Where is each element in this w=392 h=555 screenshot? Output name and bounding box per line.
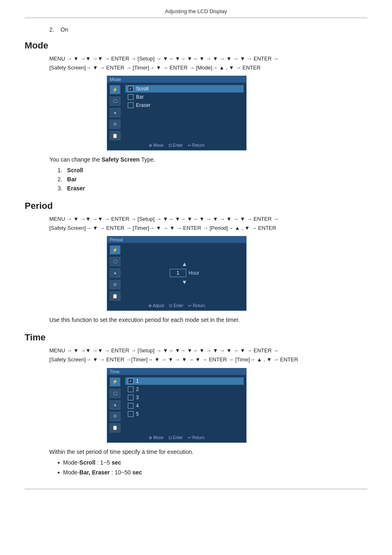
mode-osd-content: ✓ Scroll Bar Eraser bbox=[123, 83, 246, 142]
time-icon-4: ⚙ bbox=[110, 412, 120, 421]
time-check-4 bbox=[128, 403, 134, 409]
mode-heading: Mode bbox=[25, 40, 367, 51]
time-bullet-1: Mode-Scroll : 1~5 sec bbox=[58, 459, 367, 467]
time-osd-footer: ⊕ Move ⊡ Enter ↩ Return bbox=[107, 434, 246, 440]
period-osd-title: Period bbox=[107, 236, 246, 243]
time-item-5: 5 bbox=[125, 410, 244, 418]
time-check-2 bbox=[128, 386, 134, 392]
step-2-on: 2. On bbox=[49, 26, 367, 33]
osd-icon-3: ● bbox=[110, 108, 120, 117]
time-icon-2: 🖵 bbox=[110, 389, 120, 398]
period-footer-return: ↩ Return bbox=[188, 303, 205, 308]
period-icon-4: ⚙ bbox=[110, 280, 120, 289]
mode-osd-footer: ⊕ Move ⊡ Enter ↩ Return bbox=[107, 142, 246, 148]
time-footer-enter: ⊡ Enter bbox=[168, 435, 183, 440]
time-check-3 bbox=[128, 395, 134, 400]
period-icon-5: 📋 bbox=[110, 291, 120, 301]
footer-enter: ⊡ Enter bbox=[168, 143, 183, 148]
time-item-2: 2 bbox=[125, 386, 244, 393]
period-unit: Hour bbox=[189, 270, 199, 276]
osd-icon-1: ⚡ bbox=[110, 85, 120, 94]
period-value: 1 bbox=[170, 269, 186, 277]
mode-check-scroll: ✓ bbox=[128, 86, 134, 92]
mode-item-eraser: Eraser bbox=[125, 102, 244, 109]
period-nav-line2: [Safety Screen]→ ▼ → ENTER → [Timer]→ ▼ … bbox=[49, 225, 276, 231]
time-check-1: ✓ bbox=[128, 378, 134, 384]
page-header: Adjusting the LCD Display bbox=[25, 8, 367, 18]
period-osd: Period ⚡ 🖵 ● ⚙ 📋 ▲ 1 Hour bbox=[107, 236, 247, 311]
step-label: On bbox=[60, 26, 68, 33]
mode-nav-path: MENU → ▼ →▼ →▼ → ENTER → [Setup] → ▼→ ▼→… bbox=[49, 54, 367, 72]
mode-list-3: 3. Eraser bbox=[58, 185, 367, 192]
bottom-divider bbox=[25, 489, 367, 489]
time-nav-line2: [Safety Screen]→ ▼ → ENTER →[Timer]→ ▼ →… bbox=[49, 356, 298, 363]
time-item-4: 4 bbox=[125, 402, 244, 409]
mode-list-2: 2. Bar bbox=[58, 176, 367, 183]
time-heading: Time bbox=[25, 332, 367, 343]
time-osd: Time ⚡ 🖵 ● ⚙ 📋 ✓ 1 2 bbox=[107, 368, 247, 443]
period-arrow-down: ▼ bbox=[182, 279, 187, 285]
period-arrow-up: ▲ bbox=[182, 261, 187, 267]
period-icon-2: 🖵 bbox=[110, 257, 120, 266]
time-bullet-2: Mode-Bar, Eraser : 10~50 sec bbox=[58, 469, 367, 476]
period-osd-sidebar: ⚡ 🖵 ● ⚙ 📋 bbox=[107, 244, 123, 302]
footer-return: ↩ Return bbox=[188, 143, 205, 148]
mode-item-bar: Bar bbox=[125, 93, 244, 101]
mode-osd: Mode ⚡ 🖵 ● ⚙ 📋 ✓ Scroll Bar bbox=[107, 76, 247, 150]
time-osd-title: Time bbox=[107, 368, 246, 375]
mode-description: You can change the Safety Screen Type. bbox=[49, 156, 367, 163]
mode-check-eraser bbox=[128, 102, 134, 108]
period-stepper: ▲ 1 Hour ▼ bbox=[170, 261, 199, 285]
osd-icon-4: ⚙ bbox=[110, 120, 120, 129]
time-footer-return: ↩ Return bbox=[188, 435, 205, 440]
period-icon-3: ● bbox=[110, 268, 120, 278]
period-icon-1: ⚡ bbox=[110, 245, 120, 254]
osd-icon-5: 📋 bbox=[110, 131, 120, 140]
period-osd-content: ▲ 1 Hour ▼ bbox=[123, 244, 246, 302]
mode-osd-title: Mode bbox=[107, 76, 246, 83]
time-nav-line1: MENU → ▼ →▼ →▼ → ENTER → [Setup] → ▼→ ▼→… bbox=[49, 347, 279, 354]
time-item-1: ✓ 1 bbox=[125, 377, 244, 385]
time-item-3: 3 bbox=[125, 394, 244, 401]
mode-item-scroll: ✓ Scroll bbox=[125, 85, 244, 92]
osd-icon-2: 🖵 bbox=[110, 97, 120, 106]
period-description: Use this function to set the execution p… bbox=[49, 317, 367, 323]
time-check-5 bbox=[128, 411, 134, 417]
footer-move: ⊕ Move bbox=[149, 143, 163, 148]
period-footer-enter: ⊡ Enter bbox=[169, 303, 183, 308]
mode-osd-sidebar: ⚡ 🖵 ● ⚙ 📋 bbox=[107, 83, 123, 142]
period-nav-path: MENU → ▼ →▼ →▼ → ENTER → [Setup] → ▼→ ▼→… bbox=[49, 215, 367, 233]
time-osd-sidebar: ⚡ 🖵 ● ⚙ 📋 bbox=[107, 376, 123, 434]
step-number: 2. bbox=[49, 26, 54, 33]
mode-check-bar bbox=[128, 94, 134, 100]
mode-nav-line1: MENU → ▼ →▼ →▼ → ENTER → [Setup] → ▼→ ▼→… bbox=[49, 56, 279, 62]
period-osd-footer: ⊕ Adjust ⊡ Enter ↩ Return bbox=[107, 302, 246, 308]
time-icon-3: ● bbox=[110, 400, 120, 409]
mode-list-1: 1. Scroll bbox=[58, 167, 367, 173]
time-description: Within the set period of time specify a … bbox=[49, 449, 367, 455]
period-heading: Period bbox=[25, 201, 367, 211]
page-title: Adjusting the LCD Display bbox=[165, 8, 227, 14]
time-nav-path: MENU → ▼ →▼ →▼ → ENTER → [Setup] → ▼→ ▼→… bbox=[49, 346, 367, 364]
period-nav-line1: MENU → ▼ →▼ →▼ → ENTER → [Setup] → ▼→ ▼→… bbox=[49, 216, 279, 222]
time-icon-1: ⚡ bbox=[110, 377, 120, 386]
time-footer-move: ⊕ Move bbox=[149, 435, 163, 440]
time-icon-5: 📋 bbox=[110, 423, 120, 432]
mode-nav-line2: [Safety Screen]→ ▼ → ENTER → [Timer]→ ▼ … bbox=[49, 65, 261, 71]
period-footer-adjust: ⊕ Adjust bbox=[148, 303, 164, 308]
time-osd-content: ✓ 1 2 3 4 bbox=[123, 376, 246, 434]
